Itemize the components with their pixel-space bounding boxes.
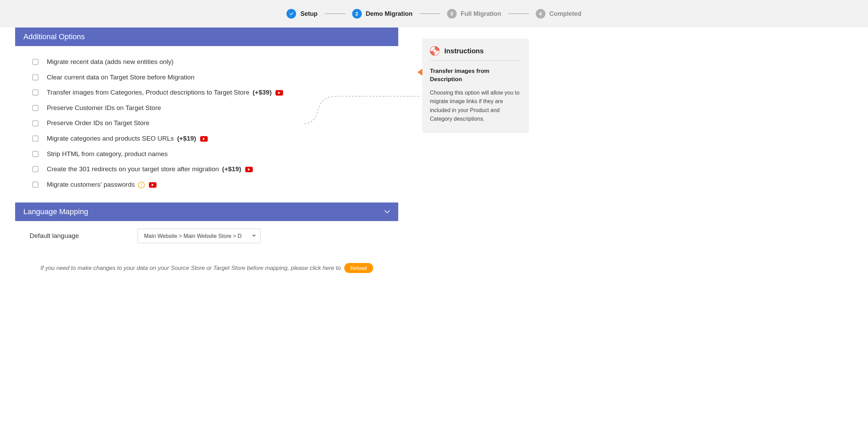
- instructions-card-body: Choosing this option will allow you to m…: [430, 88, 521, 123]
- option-price: (+$19): [220, 165, 241, 173]
- option-label[interactable]: Preserve Order IDs on Target Store: [47, 119, 150, 128]
- option-row: Migrate recent data (adds new entities o…: [32, 54, 398, 70]
- option-checkbox[interactable]: [32, 105, 39, 111]
- youtube-icon[interactable]: [149, 182, 156, 188]
- option-row: Create the 301 redirects on your target …: [32, 162, 398, 177]
- stepper: Setup 2 Demo Migration 3 Full Migration …: [0, 0, 868, 28]
- mapping-note-text: If you need to make changes to your data…: [40, 265, 341, 272]
- default-language-label: Default language: [30, 232, 79, 240]
- option-row: Clear current data on Target Store befor…: [32, 70, 398, 85]
- option-row: Migrate categories and products SEO URLs…: [32, 131, 398, 146]
- warning-icon[interactable]: !: [138, 182, 145, 188]
- option-checkbox[interactable]: [32, 120, 39, 127]
- step-divider: [508, 13, 529, 14]
- option-label[interactable]: Strip HTML from category, product names: [47, 150, 168, 159]
- youtube-icon[interactable]: [200, 136, 208, 142]
- option-label[interactable]: Transfer images from Categories, Product…: [47, 88, 283, 97]
- option-row: Migrate customers' passwords !: [32, 177, 398, 193]
- youtube-icon[interactable]: [275, 90, 283, 96]
- option-label[interactable]: Migrate recent data (adds new entities o…: [47, 57, 174, 67]
- option-checkbox[interactable]: [32, 89, 39, 96]
- option-row: Preserve Customer IDs on Target Store: [32, 100, 398, 116]
- check-icon: [286, 9, 296, 19]
- option-row: Transfer images from Categories, Product…: [32, 85, 398, 100]
- step-divider: [325, 13, 345, 14]
- option-checkbox[interactable]: [32, 59, 39, 65]
- instructions-title: Instructions: [444, 47, 484, 55]
- youtube-icon[interactable]: [245, 167, 253, 172]
- default-language-row: Default language Main Website > Main Web…: [30, 229, 384, 243]
- option-row: Preserve Order IDs on Target Store: [32, 116, 398, 131]
- section-title: Language Mapping: [23, 207, 88, 216]
- option-checkbox[interactable]: [32, 74, 39, 80]
- pointer-arrow-icon: [417, 69, 422, 76]
- additional-options-list: Migrate recent data (adds new entities o…: [15, 46, 398, 202]
- section-title: Additional Options: [23, 32, 85, 41]
- option-checkbox[interactable]: [32, 182, 39, 188]
- option-price: (+$19): [175, 135, 196, 142]
- step-divider: [420, 13, 440, 14]
- step-label: Demo Migration: [366, 10, 413, 18]
- step-number: 2: [352, 9, 362, 19]
- step-completed[interactable]: 4 Completed: [536, 9, 582, 19]
- additional-options-header[interactable]: Additional Options: [15, 28, 398, 46]
- chevron-down-icon: [384, 210, 390, 213]
- instructions-card-title: Transfer images from Description: [430, 67, 521, 84]
- option-checkbox[interactable]: [32, 151, 39, 157]
- step-setup[interactable]: Setup: [286, 9, 317, 19]
- option-label[interactable]: Create the 301 redirects on your target …: [47, 165, 253, 174]
- option-label[interactable]: Migrate customers' passwords !: [47, 180, 156, 189]
- step-full-migration[interactable]: 3 Full Migration: [447, 9, 501, 19]
- option-price: (+$39): [251, 89, 272, 96]
- step-label: Completed: [550, 10, 582, 18]
- default-language-select[interactable]: Main Website > Main Website Store > D: [138, 229, 261, 243]
- lifebuoy-icon: [430, 46, 440, 56]
- option-label[interactable]: Preserve Customer IDs on Target Store: [47, 103, 161, 113]
- language-mapping-header[interactable]: Language Mapping: [15, 202, 398, 221]
- instructions-card: Instructions Transfer images from Descri…: [422, 39, 529, 133]
- option-row: Strip HTML from category, product names: [32, 146, 398, 162]
- instructions-sidebar: Instructions Transfer images from Descri…: [422, 39, 529, 273]
- reload-button[interactable]: Reload: [344, 263, 373, 273]
- svg-point-1: [433, 49, 437, 53]
- step-label: Full Migration: [461, 10, 501, 18]
- step-number: 4: [536, 9, 545, 19]
- step-number: 3: [447, 9, 457, 19]
- option-label[interactable]: Clear current data on Target Store befor…: [47, 73, 195, 82]
- step-label: Setup: [300, 10, 317, 18]
- mapping-note: If you need to make changes to your data…: [15, 263, 398, 273]
- option-label[interactable]: Migrate categories and products SEO URLs…: [47, 134, 208, 143]
- step-demo-migration[interactable]: 2 Demo Migration: [352, 9, 413, 19]
- option-checkbox[interactable]: [32, 166, 39, 172]
- option-checkbox[interactable]: [32, 135, 39, 142]
